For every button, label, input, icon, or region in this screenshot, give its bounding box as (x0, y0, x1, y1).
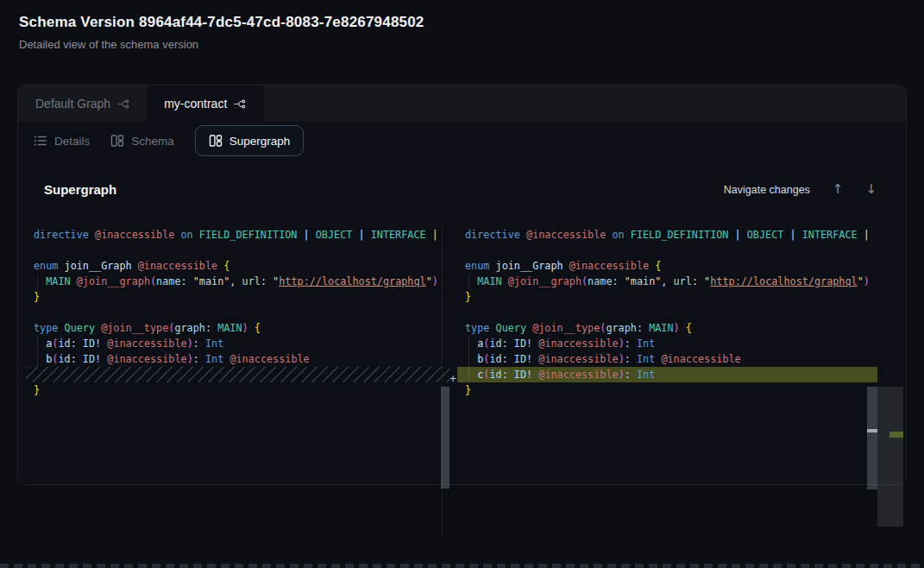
tab-default-graph[interactable]: Default Graph (18, 85, 147, 122)
view-tabrow: Details Schema Supergraph (18, 122, 906, 160)
tab-my-contract-label: my-contract (164, 97, 227, 110)
page-title: Schema Version 8964af44-7dc5-47cd-8083-7… (19, 14, 424, 31)
diff-overview-ruler[interactable] (877, 387, 903, 527)
tab-my-contract[interactable]: my-contract (147, 85, 263, 122)
panels-icon (110, 134, 124, 148)
tab-schema[interactable]: Schema (110, 134, 174, 148)
tab-schema-label: Schema (131, 135, 174, 148)
section-header: Supergraph Navigate changes ↑ ↓ (18, 182, 906, 197)
tab-default-graph-label: Default Graph (35, 97, 110, 110)
code-line (457, 243, 877, 258)
tab-details-label: Details (54, 135, 90, 148)
code-line: type Query @join__type(graph: MAIN) { (26, 320, 449, 336)
diff-placeholder-line (26, 367, 449, 382)
code-line: MAIN @join__graph(name: "main", url: "ht… (26, 274, 449, 289)
code-line: b(id: ID! @inaccessible): Int @inaccessi… (457, 351, 877, 367)
code-line: c(id: ID! @inaccessible): Int (457, 367, 877, 382)
navigate-up-button[interactable]: ↑ (833, 183, 844, 196)
left-pane-scrollbar[interactable] (441, 387, 449, 489)
page-subtitle: Detailed view of the schema version (19, 38, 198, 51)
code-line: directive @inaccessible on FIELD_DEFINIT… (26, 227, 449, 243)
diff-insert-plus-marker: + (448, 371, 458, 387)
scrollbar-change-mark (867, 429, 877, 432)
diff-pane-modified[interactable]: directive @inaccessible on FIELD_DEFINIT… (457, 223, 877, 540)
code-line: enum join__Graph @inaccessible { (457, 258, 877, 274)
right-pane-scrollbar[interactable] (867, 387, 877, 489)
code-line (26, 243, 449, 258)
navigate-changes-group: Navigate changes ↑ ↓ (724, 183, 877, 196)
fork-icon (116, 98, 129, 110)
code-line: } (26, 382, 449, 398)
code-line: directive @inaccessible on FIELD_DEFINIT… (457, 227, 877, 243)
navigate-down-button[interactable]: ↓ (865, 183, 877, 196)
navigate-changes-label: Navigate changes (724, 184, 810, 196)
code-line: a(id: ID! @inaccessible): Int (457, 336, 877, 351)
code-line: b(id: ID! @inaccessible): Int @inaccessi… (26, 351, 449, 367)
code-line: } (457, 382, 877, 398)
pane-divider (442, 223, 443, 540)
code-line: } (26, 289, 449, 305)
tab-supergraph[interactable]: Supergraph (195, 125, 305, 156)
code-line: MAIN @join__graph(name: "main", url: "ht… (457, 274, 877, 289)
fork-icon (233, 98, 246, 110)
tab-supergraph-label: Supergraph (229, 135, 291, 148)
supergraph-diff-editor[interactable]: directive @inaccessible on FIELD_DEFINIT… (26, 223, 903, 540)
bottom-dashed-edge (0, 564, 924, 568)
tab-details[interactable]: Details (34, 134, 90, 148)
panels-icon (209, 134, 223, 148)
list-icon (34, 134, 47, 148)
overview-insert-mark (889, 432, 903, 438)
code-line (457, 305, 877, 320)
code-line: enum join__Graph @inaccessible { (26, 258, 449, 274)
code-line (26, 305, 449, 320)
code-line: type Query @join__type(graph: MAIN) { (457, 320, 877, 336)
section-title: Supergraph (44, 182, 116, 197)
graph-tabstrip: Default Graph my-contract (18, 85, 906, 122)
code-line: a(id: ID! @inaccessible): Int (26, 336, 449, 351)
diff-pane-original[interactable]: directive @inaccessible on FIELD_DEFINIT… (26, 223, 449, 540)
code-line: } (457, 289, 877, 305)
